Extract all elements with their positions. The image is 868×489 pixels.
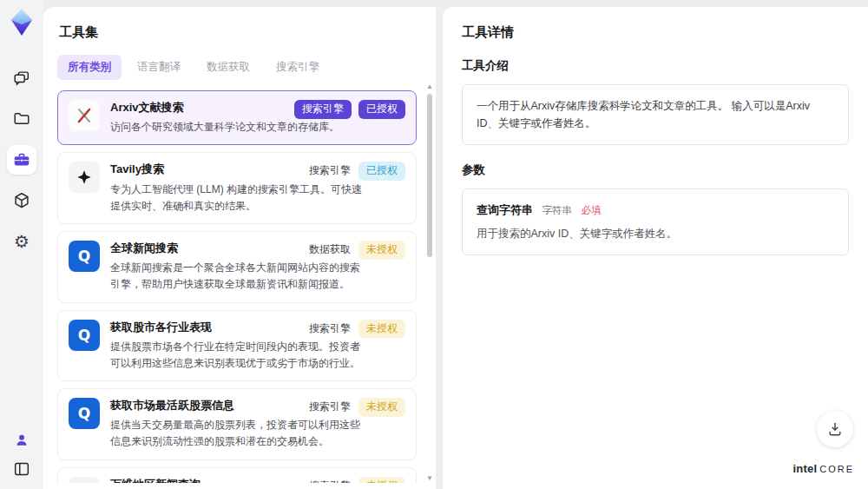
tool-card-sector-performance[interactable]: Q 获取股市各行业表现 提供股票市场各个行业在特定时间段内的表现。投资者可以利用… xyxy=(57,310,417,382)
tool-description: 专为人工智能代理 (LLM) 构建的搜索引擎工具。可快速提供实时、准确和真实的结… xyxy=(110,182,369,215)
auth-badge: 未授权 xyxy=(358,241,405,260)
tool-list-panel: 工具集 所有类别 语言翻译 数据获取 搜索引擎 Arxiv文献搜索 访问各个研究… xyxy=(43,7,436,489)
panel-toggle-icon[interactable] xyxy=(12,459,31,479)
category-label: 搜索引擎 xyxy=(308,398,352,417)
user-avatar-icon[interactable] xyxy=(12,431,31,450)
download-icon xyxy=(826,420,844,438)
page-title: 工具集 xyxy=(59,24,424,41)
category-label: 数据获取 xyxy=(308,241,352,260)
scroll-down-arrow[interactable]: ▼ xyxy=(425,475,434,482)
scrollbar-thumb[interactable] xyxy=(427,94,432,257)
category-label: 搜索引擎 xyxy=(308,477,352,483)
settings-gear-icon[interactable]: ⚙ xyxy=(12,232,31,251)
tab-all-categories[interactable]: 所有类别 xyxy=(57,55,122,80)
tool-detail-panel: 工具详情 工具介绍 一个用于从Arxiv存储库搜索科学论文和文章的工具。 输入可… xyxy=(443,7,868,489)
category-label: 搜索引擎 xyxy=(308,320,352,339)
category-tabs: 所有类别 语言翻译 数据获取 搜索引擎 xyxy=(57,55,424,80)
auth-badge: 未授权 xyxy=(358,477,405,483)
cube-icon[interactable] xyxy=(12,191,31,210)
auth-badge: 已授权 xyxy=(358,100,405,119)
tool-list: Arxiv文献搜索 访问各个研究领域大量科学论文和文章的存储库。 搜索引擎 已授… xyxy=(57,90,424,483)
tab-data-fetch[interactable]: 数据获取 xyxy=(196,55,260,80)
auth-badge: 未授权 xyxy=(358,320,405,339)
intro-text: 一个用于从Arxiv存储库搜索科学论文和文章的工具。 输入可以是Arxiv ID… xyxy=(477,97,834,132)
param-type: 字符串 xyxy=(542,205,572,215)
tool-description: 提供股票市场各个行业在特定时间段内的表现。投资者可以利用这些信息来识别表现优于或… xyxy=(110,339,369,372)
tool-description: 访问各个研究领域大量科学论文和文章的存储库。 xyxy=(110,119,369,135)
detail-title: 工具详情 xyxy=(462,24,849,41)
auth-badge: 已授权 xyxy=(358,162,405,181)
tab-language-translation[interactable]: 语言翻译 xyxy=(127,55,191,80)
tool-description: 提供当天交易量最高的股票列表，投资者可以利用这些信息来识别流动性强的股票和潜在的… xyxy=(110,417,369,450)
scroll-up-arrow[interactable]: ▲ xyxy=(425,83,434,90)
category-badge: 搜索引擎 xyxy=(294,100,352,119)
sidebar-bottom xyxy=(12,431,31,479)
tab-search-engine[interactable]: 搜索引擎 xyxy=(266,55,330,80)
brand-intel-text: intel xyxy=(792,462,817,475)
list-scrollbar[interactable]: ▲ ▼ xyxy=(425,83,434,482)
category-label: 搜索引擎 xyxy=(308,162,352,181)
auth-badge: 未授权 xyxy=(358,398,405,417)
param-box: 查询字符串 字符串 必填 用于搜索的Arxiv ID、关键字或作者姓名。 xyxy=(462,188,849,255)
chat-icon[interactable] xyxy=(12,69,31,88)
tool-card-regional-news[interactable]: 万维地区新闻查询 查询具体行政区划内的新闻，快速了解各地新闻动 搜索引擎 未授权 xyxy=(57,467,417,483)
param-required-badge: 必填 xyxy=(581,205,601,215)
intro-box: 一个用于从Arxiv存储库搜索科学论文和文章的工具。 输入可以是Arxiv ID… xyxy=(462,84,849,145)
arxiv-icon xyxy=(69,100,100,131)
tool-card-arxiv[interactable]: Arxiv文献搜索 访问各个研究领域大量科学论文和文章的存储库。 搜索引擎 已授… xyxy=(57,90,417,145)
stock-q-icon: Q xyxy=(69,398,100,429)
intro-heading: 工具介绍 xyxy=(462,58,849,74)
tool-card-tavily[interactable]: Tavily搜索 专为人工智能代理 (LLM) 构建的搜索引擎工具。可快速提供实… xyxy=(57,152,417,224)
app-logo-icon[interactable] xyxy=(9,8,35,37)
toolbox-icon-active[interactable] xyxy=(7,145,36,175)
sidebar-nav: ⚙ xyxy=(7,69,36,251)
stock-q-icon: Q xyxy=(69,320,100,351)
intel-core-logo: intel core xyxy=(792,462,854,475)
param-description: 用于搜索的Arxiv ID、关键字或作者姓名。 xyxy=(477,226,834,242)
sidebar: ⚙ xyxy=(0,0,43,489)
params-heading: 参数 xyxy=(462,162,849,178)
param-name: 查询字符串 xyxy=(477,203,533,216)
tool-card-global-news[interactable]: Q 全球新闻搜索 全球新闻搜索是一个聚合全球各大新闻网站内容的搜索引擎，帮助用户… xyxy=(57,231,417,303)
tool-description: 全球新闻搜索是一个聚合全球各大新闻网站内容的搜索引擎，帮助用户快速获取全球最新资… xyxy=(110,260,369,293)
building-icon xyxy=(69,477,100,483)
brand-core-text: core xyxy=(819,464,854,474)
tavily-star-icon xyxy=(69,162,100,193)
tool-card-active-stocks[interactable]: Q 获取市场最活跃股票信息 提供当天交易量最高的股票列表，投资者可以利用这些信息… xyxy=(57,388,417,460)
app-window: ⚙ 工具集 所有类别 语言翻译 数据获取 搜索引擎 xyxy=(0,0,868,489)
news-q-icon: Q xyxy=(69,241,100,272)
folder-icon[interactable] xyxy=(12,109,31,129)
download-button[interactable] xyxy=(817,411,853,447)
param-header: 查询字符串 字符串 必填 xyxy=(477,202,834,218)
